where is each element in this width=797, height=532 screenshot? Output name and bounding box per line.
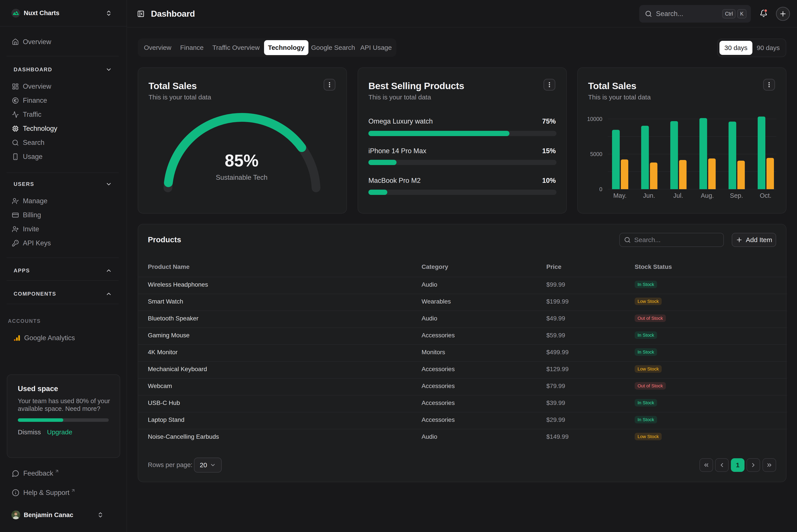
svg-text:85%: 85% [225, 151, 258, 170]
svg-text:Sustainable Tech: Sustainable Tech [216, 174, 268, 181]
svg-text:0: 0 [599, 186, 602, 192]
svg-text:Oct.: Oct. [760, 192, 771, 199]
svg-text:Jun.: Jun. [643, 192, 655, 199]
svg-text:Sep.: Sep. [730, 192, 743, 199]
svg-text:5000: 5000 [590, 151, 602, 157]
svg-text:Aug.: Aug. [701, 192, 714, 199]
svg-text:10000: 10000 [587, 116, 602, 122]
svg-text:May.: May. [613, 192, 627, 199]
svg-text:Jul.: Jul. [673, 192, 683, 199]
